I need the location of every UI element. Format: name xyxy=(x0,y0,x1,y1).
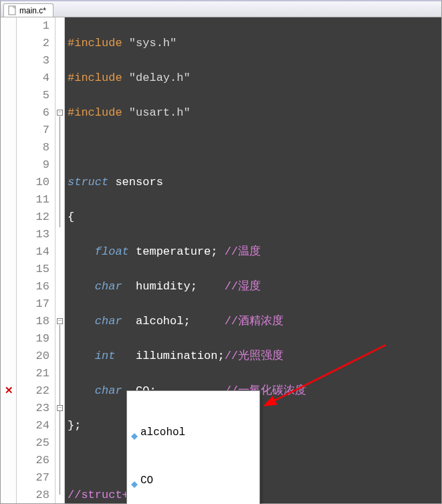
member-icon xyxy=(131,477,138,484)
type: char xyxy=(95,315,122,328)
fold-toggle-icon[interactable]: − xyxy=(57,110,63,116)
string: "usart.h" xyxy=(129,106,191,119)
line-number: 2 xyxy=(17,35,49,52)
brace: { xyxy=(68,211,74,223)
line-number: 27 xyxy=(17,469,49,487)
autocomplete-label: CO xyxy=(140,473,153,489)
brace: }; xyxy=(68,419,81,432)
fold-line xyxy=(60,116,60,227)
preproc: #include xyxy=(68,37,122,49)
type: char xyxy=(95,384,122,397)
line-number: 4 xyxy=(17,70,49,87)
autocomplete-popup[interactable]: alcohol CO humidity illumination tempera… xyxy=(126,390,260,504)
line-number: 12 xyxy=(17,209,49,226)
file-tab-main-c[interactable]: main.c* xyxy=(3,3,53,17)
autocomplete-item[interactable]: alcohol xyxy=(127,424,259,440)
line-number: 25 xyxy=(17,434,49,452)
line-number: 13 xyxy=(17,226,49,243)
ident: alcohol xyxy=(136,315,183,328)
string: "delay.h" xyxy=(129,72,191,84)
fold-toggle-icon[interactable]: − xyxy=(57,318,63,324)
line-number: 24 xyxy=(17,417,49,434)
fold-gutter: − − − xyxy=(56,17,65,503)
error-mark-icon: ✕ xyxy=(5,384,13,396)
type: int xyxy=(95,350,116,362)
fold-toggle-icon[interactable]: − xyxy=(57,405,63,411)
keyword: struct xyxy=(68,176,108,188)
line-number: 18 xyxy=(17,313,49,330)
preproc: #include xyxy=(68,106,122,119)
c-file-icon xyxy=(8,5,17,15)
string: "sys.h" xyxy=(129,37,177,49)
svg-marker-1 xyxy=(131,433,138,440)
line-number: 8 xyxy=(17,139,49,156)
line-number: 16 xyxy=(17,278,49,295)
line-number: 15 xyxy=(17,261,49,278)
type: char xyxy=(95,280,122,293)
line-number: 10 xyxy=(17,174,49,191)
line-number: 19 xyxy=(17,330,49,348)
ident: humidity xyxy=(136,280,191,293)
editor-area: ✕ 1 2 3 4 5 6 7 8 9 10 11 12 13 14 15 16… xyxy=(1,17,441,503)
comment: //酒精浓度 xyxy=(225,315,284,328)
comment: //温度 xyxy=(225,245,261,258)
ident: sensors xyxy=(115,176,162,188)
tab-label: main.c* xyxy=(19,6,46,15)
autocomplete-item[interactable]: CO xyxy=(127,473,259,489)
line-number: 14 xyxy=(17,243,49,261)
line-number: 7 xyxy=(17,122,49,139)
svg-marker-2 xyxy=(131,481,138,488)
ident: illumination xyxy=(136,350,217,362)
line-number-gutter: 1 2 3 4 5 6 7 8 9 10 11 12 13 14 15 16 1… xyxy=(17,17,56,503)
line-number: 9 xyxy=(17,156,49,174)
line-number: 23 xyxy=(17,400,49,417)
line-number: 17 xyxy=(17,295,49,313)
line-number: 6 xyxy=(17,104,49,122)
line-number: 3 xyxy=(17,52,49,70)
line-number: 22 xyxy=(17,382,49,400)
ident: temperature xyxy=(136,245,211,258)
comment: //湿度 xyxy=(225,280,261,293)
autocomplete-label: alcohol xyxy=(140,424,185,440)
line-number: 11 xyxy=(17,191,49,209)
line-number: 21 xyxy=(17,365,49,382)
editor-window: main.c* ✕ 1 2 3 4 5 6 7 8 9 10 11 12 13 … xyxy=(0,0,442,504)
code-content[interactable]: #include "sys.h" #include "delay.h" #inc… xyxy=(65,17,441,503)
error-gutter: ✕ xyxy=(1,17,17,503)
preproc: #include xyxy=(68,72,122,84)
comment: //光照强度 xyxy=(225,350,284,362)
line-number: 5 xyxy=(17,87,49,104)
line-number: 28 xyxy=(17,487,49,504)
tab-bar: main.c* xyxy=(1,1,441,17)
line-number: 26 xyxy=(17,452,49,469)
line-number: 1 xyxy=(17,17,49,35)
type: float xyxy=(95,245,129,258)
line-number: 20 xyxy=(17,348,49,365)
member-icon xyxy=(131,429,138,436)
